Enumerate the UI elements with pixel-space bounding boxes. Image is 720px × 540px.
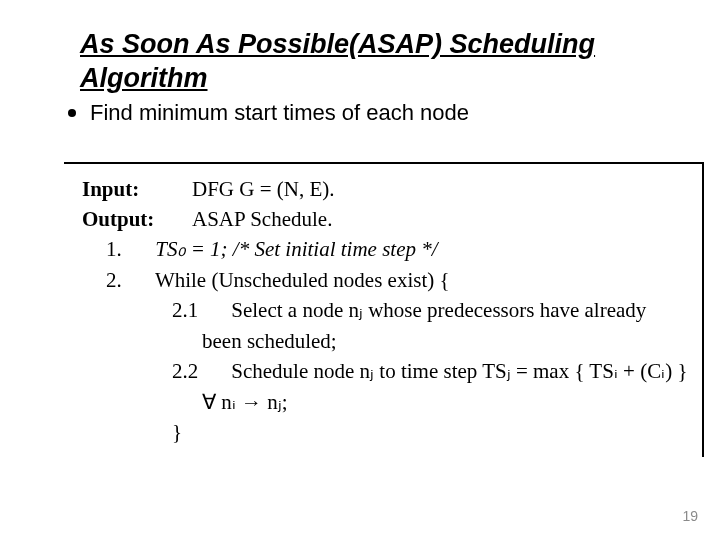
slide-title: As Soon As Possible(ASAP) Scheduling Alg…	[80, 28, 640, 96]
bullet-text: Find minimum start times of each node	[90, 100, 469, 126]
input-label: Input:	[82, 174, 192, 204]
output-label: Output:	[82, 204, 192, 234]
algo-step-2-1b: been scheduled;	[82, 326, 688, 356]
close-brace: }	[172, 420, 182, 444]
algorithm-box: Input: DFG G = (N, E). Output: ASAP Sche…	[64, 162, 704, 458]
step2-number: 2.	[106, 265, 150, 295]
step1-text: TS₀ = 1; /* Set initial time step */	[155, 237, 437, 261]
step22-number: 2.2	[172, 356, 226, 386]
algo-input-row: Input: DFG G = (N, E).	[82, 174, 688, 204]
step21-line1: Select a node nⱼ whose predecessors have…	[231, 298, 646, 322]
output-value: ASAP Schedule.	[192, 204, 332, 234]
step1-number: 1.	[106, 234, 150, 264]
page-number: 19	[682, 508, 698, 524]
input-value: DFG G = (N, E).	[192, 174, 335, 204]
algo-step-1: 1. TS₀ = 1; /* Set initial time step */	[82, 234, 688, 264]
bullet-icon	[68, 109, 76, 117]
step22-line1: Schedule node nⱼ to time step TSⱼ = max …	[231, 359, 687, 383]
algo-step-2-2b: ∀ nᵢ → nⱼ;	[82, 387, 688, 417]
algo-output-row: Output: ASAP Schedule.	[82, 204, 688, 234]
step2-text: While (Unscheduled nodes exist) {	[155, 268, 450, 292]
step21-line2: been scheduled;	[202, 329, 337, 353]
step22-line2: ∀ nᵢ → nⱼ;	[202, 390, 288, 414]
bullet-item: Find minimum start times of each node	[68, 100, 680, 126]
algo-step-2-1: 2.1 Select a node nⱼ whose predecessors …	[82, 295, 688, 325]
step21-number: 2.1	[172, 295, 226, 325]
algo-step-2-2: 2.2 Schedule node nⱼ to time step TSⱼ = …	[82, 356, 688, 386]
algo-step-2: 2. While (Unscheduled nodes exist) {	[82, 265, 688, 295]
slide: As Soon As Possible(ASAP) Scheduling Alg…	[0, 0, 720, 540]
algo-close-brace: }	[82, 417, 688, 447]
